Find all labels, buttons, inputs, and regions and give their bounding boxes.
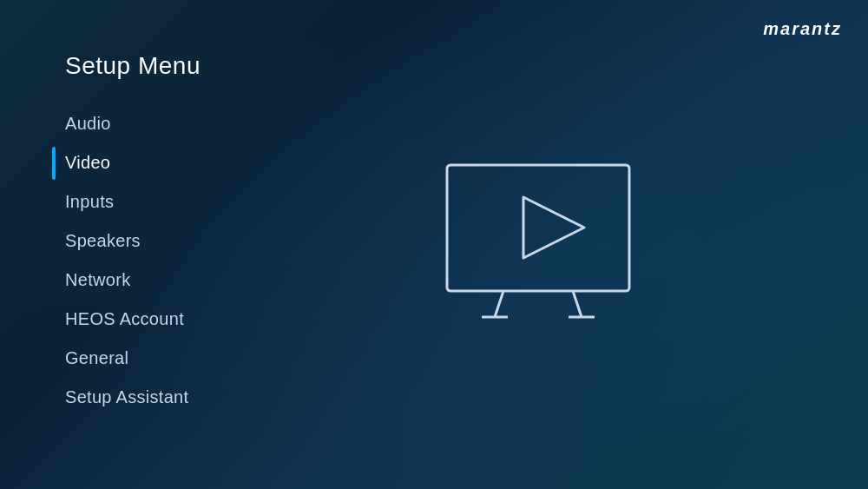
menu-item-audio[interactable]: Audio xyxy=(65,104,188,143)
menu-item-indicator-general xyxy=(52,342,56,375)
svg-rect-0 xyxy=(447,165,629,291)
svg-marker-5 xyxy=(523,197,584,258)
menu-item-network[interactable]: Network xyxy=(65,261,188,300)
svg-line-2 xyxy=(573,291,582,317)
menu-item-speakers[interactable]: Speakers xyxy=(65,221,188,261)
marantz-logo: marantz xyxy=(763,19,842,39)
menu-item-label-general: General xyxy=(65,348,128,368)
menu-item-indicator-video xyxy=(52,147,56,180)
menu-item-video[interactable]: Video xyxy=(65,143,188,182)
menu-item-inputs[interactable]: Inputs xyxy=(65,182,188,221)
menu-item-indicator-setup-assistant xyxy=(52,381,56,414)
menu-item-indicator-speakers xyxy=(52,225,56,258)
menu-item-setup-assistant[interactable]: Setup Assistant xyxy=(65,378,188,417)
menu-item-indicator-inputs xyxy=(52,186,56,219)
menu-item-label-inputs: Inputs xyxy=(65,192,114,212)
menu-item-indicator-heos-account xyxy=(52,303,56,336)
menu-item-label-video: Video xyxy=(65,153,110,173)
svg-line-1 xyxy=(495,291,503,317)
menu-item-label-heos-account: HEOS Account xyxy=(65,309,184,329)
menu-item-label-audio: Audio xyxy=(65,114,111,134)
setup-menu: AudioVideoInputsSpeakersNetworkHEOS Acco… xyxy=(65,104,188,417)
menu-item-label-setup-assistant: Setup Assistant xyxy=(65,387,188,407)
menu-item-label-network: Network xyxy=(65,270,130,290)
menu-item-heos-account[interactable]: HEOS Account xyxy=(65,300,188,339)
menu-item-indicator-network xyxy=(52,264,56,297)
menu-item-indicator-audio xyxy=(52,108,56,141)
tv-icon xyxy=(438,156,638,334)
menu-item-label-speakers: Speakers xyxy=(65,231,141,251)
menu-item-general[interactable]: General xyxy=(65,339,188,378)
page-title: Setup Menu xyxy=(65,52,201,80)
